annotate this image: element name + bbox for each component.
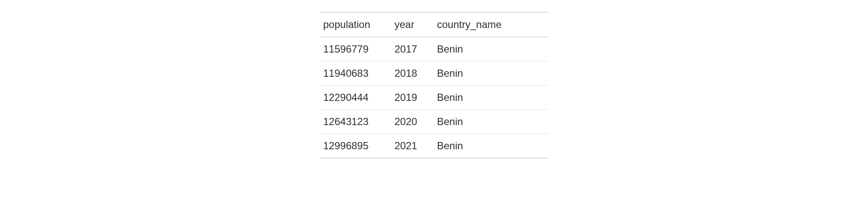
cell-country-name: Benin <box>434 134 548 159</box>
data-table-container: population year country_name 11596779 20… <box>320 12 548 159</box>
cell-year: 2018 <box>391 61 434 86</box>
column-header-country-name: country_name <box>434 12 548 37</box>
cell-population: 12643123 <box>320 110 391 134</box>
column-header-year: year <box>391 12 434 37</box>
cell-year: 2019 <box>391 86 434 110</box>
cell-country-name: Benin <box>434 86 548 110</box>
cell-population: 12290444 <box>320 86 391 110</box>
table-header-row: population year country_name <box>320 12 548 37</box>
data-table: population year country_name 11596779 20… <box>320 12 548 159</box>
table-row: 12290444 2019 Benin <box>320 86 548 110</box>
cell-population: 11940683 <box>320 61 391 86</box>
cell-country-name: Benin <box>434 61 548 86</box>
table-row: 12643123 2020 Benin <box>320 110 548 134</box>
table-row: 11940683 2018 Benin <box>320 61 548 86</box>
cell-country-name: Benin <box>434 110 548 134</box>
cell-population: 12996895 <box>320 134 391 159</box>
cell-year: 2021 <box>391 134 434 159</box>
cell-population: 11596779 <box>320 37 391 61</box>
table-row: 12996895 2021 Benin <box>320 134 548 159</box>
table-row: 11596779 2017 Benin <box>320 37 548 61</box>
column-header-population: population <box>320 12 391 37</box>
cell-year: 2017 <box>391 37 434 61</box>
cell-country-name: Benin <box>434 37 548 61</box>
cell-year: 2020 <box>391 110 434 134</box>
